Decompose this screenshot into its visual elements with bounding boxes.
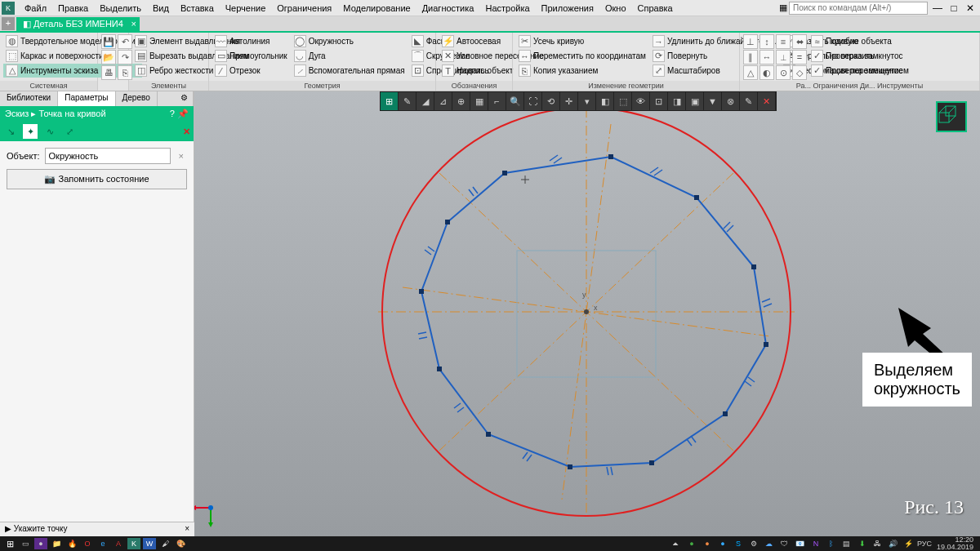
view-fit-icon[interactable]: ⛶ <box>524 92 542 110</box>
pin-icon[interactable]: 📌 <box>177 109 189 118</box>
tool-icon[interactable]: ⟂ <box>776 50 791 64</box>
tray-icon[interactable]: 🛡 <box>778 538 791 549</box>
tray-icon[interactable]: 📧 <box>794 538 807 549</box>
tray-icon[interactable]: ● <box>701 538 714 549</box>
view-tool-icon[interactable]: ◨ <box>668 92 686 110</box>
sketch-viewport[interactable]: x y <box>194 91 978 536</box>
app-icon[interactable]: 🖌 <box>158 538 172 549</box>
menu-constraints[interactable]: Ограничения <box>272 2 336 15</box>
view-tool-icon[interactable]: ⊕ <box>452 92 470 110</box>
help-icon[interactable]: ? <box>170 109 175 118</box>
view-tool-icon[interactable]: ◢ <box>416 92 434 110</box>
autoline-button[interactable]: 〰Автолиния <box>212 34 290 48</box>
tab-parameters[interactable]: Параметры <box>58 91 115 106</box>
tab-tree[interactable]: Дерево <box>116 91 158 106</box>
document-tab[interactable]: ◧ Деталь БЕЗ ИМЕНИ4 × <box>16 17 140 31</box>
view-tool-icon[interactable]: ✎ <box>740 92 758 110</box>
view-tool-icon[interactable]: ⌐ <box>488 92 506 110</box>
tool-icon[interactable]: ◇ <box>792 65 807 80</box>
similarity-button[interactable]: ≈Подобие объекта <box>808 34 906 48</box>
view-tool-icon[interactable]: ▾ <box>578 92 596 110</box>
tray-icon[interactable]: ⚡ <box>902 538 915 549</box>
start-button[interactable]: ⊞ <box>3 538 16 549</box>
view-tool-icon[interactable]: ⊡ <box>650 92 668 110</box>
menu-diag[interactable]: Диагностика <box>417 2 479 15</box>
view-eye-icon[interactable]: 👁 <box>632 92 650 110</box>
gear-icon[interactable]: ⚙ <box>176 91 194 106</box>
tray-icon[interactable]: ⏶ <box>670 538 683 549</box>
arc-button[interactable]: ◡Дуга <box>292 49 408 63</box>
menu-help[interactable]: Справка <box>633 2 678 15</box>
menu-settings[interactable]: Настройка <box>480 2 534 15</box>
close-panel-icon[interactable]: ✕ <box>183 127 190 137</box>
object-input[interactable] <box>45 148 171 164</box>
tab-close-icon[interactable]: × <box>131 19 136 29</box>
view-zoom-icon[interactable]: 🔍 <box>506 92 524 110</box>
maximize-icon[interactable]: □ <box>946 2 962 14</box>
taskview-icon[interactable]: ▭ <box>19 538 32 549</box>
view-tool-icon[interactable]: ✎ <box>399 92 416 110</box>
tool-icon[interactable]: ⬌ <box>792 34 807 49</box>
segment-button[interactable]: ∕Отрезок <box>212 64 290 78</box>
view-rotate-icon[interactable]: ⟲ <box>542 92 560 110</box>
tray-icon[interactable]: ● <box>716 538 729 549</box>
view-tool-icon[interactable]: ⊿ <box>434 92 452 110</box>
volume-icon[interactable]: 🔊 <box>887 538 900 549</box>
tray-icon[interactable]: ⚙ <box>747 538 760 549</box>
view-axis-icon[interactable]: ✛ <box>560 92 578 110</box>
tool-icon[interactable]: ◐ <box>760 65 774 80</box>
menu-window[interactable]: Окно <box>600 2 631 15</box>
auxline-button[interactable]: ⟋Вспомогательная прямая <box>292 64 408 78</box>
circle-button[interactable]: ◯Окружность <box>292 34 408 48</box>
view-shade-icon[interactable]: ◧ <box>596 92 614 110</box>
autocad-icon[interactable]: A <box>112 538 125 549</box>
view-filter-icon[interactable]: ▼ <box>704 92 722 110</box>
tray-icon[interactable]: ⬇ <box>856 538 869 549</box>
copy-button[interactable]: ⎘Копия указанием <box>516 64 648 78</box>
kompas-icon[interactable]: K <box>127 538 140 549</box>
save-icon[interactable]: 💾 <box>101 34 116 49</box>
view-cancel-icon[interactable]: ✕ <box>758 92 776 110</box>
tool-icon[interactable]: ≡ <box>776 34 791 49</box>
menu-file[interactable]: Файл <box>20 2 51 15</box>
rectangle-button[interactable]: ▭Прямоугольник <box>212 49 290 63</box>
new-tab-button[interactable]: + <box>2 17 15 30</box>
tool-icon[interactable]: ⊥ <box>743 34 758 49</box>
point-tool-icon[interactable]: ✦ <box>23 124 38 139</box>
open-icon[interactable]: 📂 <box>101 50 116 64</box>
canvas[interactable]: x y Выделяем окружность Рис. 13 <box>194 91 980 536</box>
layout-icon[interactable]: ▦ <box>779 2 787 13</box>
view-tool-icon[interactable]: ▣ <box>686 92 704 110</box>
menu-select[interactable]: Выделить <box>95 2 146 15</box>
bluetooth-icon[interactable]: ᛒ <box>825 538 838 549</box>
tool-icon[interactable]: ∥ <box>743 50 758 64</box>
command-search-input[interactable] <box>789 2 928 15</box>
print-icon[interactable]: 🖶 <box>101 65 116 80</box>
menu-insert[interactable]: Вставка <box>176 2 219 15</box>
tool-icon[interactable]: ↕ <box>760 34 774 49</box>
app-icon[interactable]: 🎨 <box>174 538 187 549</box>
opera-icon[interactable]: O <box>81 538 94 549</box>
hint-close-icon[interactable]: × <box>185 524 189 535</box>
close-icon[interactable]: ✕ <box>962 2 978 14</box>
check-button[interactable]: ✓Проверка замкнутос <box>808 49 906 63</box>
tray-icon[interactable]: ▤ <box>840 538 853 549</box>
curve-tool-icon[interactable]: ∿ <box>42 124 57 139</box>
menu-edit[interactable]: Правка <box>53 2 93 15</box>
app-icon[interactable]: 🔥 <box>65 538 78 549</box>
clock[interactable]: 12:2019.04.2019 <box>933 536 977 551</box>
menu-apps[interactable]: Приложения <box>537 2 599 15</box>
check2-button[interactable]: ✓Проверка замкнутос <box>808 64 906 78</box>
clear-input-icon[interactable]: × <box>176 151 187 161</box>
lang-indicator[interactable]: РУС <box>918 538 931 549</box>
trim-button[interactable]: ✂Усечь кривую <box>516 34 648 48</box>
tray-icon[interactable]: N <box>809 538 822 549</box>
tool-icon[interactable]: △ <box>743 65 758 80</box>
menu-draft[interactable]: Черчение <box>220 2 271 15</box>
view-wire-icon[interactable]: ⬚ <box>614 92 632 110</box>
view-normal-icon[interactable]: ⊞ <box>381 92 399 110</box>
orientation-cube[interactable] <box>936 101 967 132</box>
line-tool-icon[interactable]: ↘ <box>3 124 18 139</box>
move-button[interactable]: ↔Переместить по координатам <box>516 49 648 63</box>
edge-icon[interactable]: e <box>96 538 109 549</box>
